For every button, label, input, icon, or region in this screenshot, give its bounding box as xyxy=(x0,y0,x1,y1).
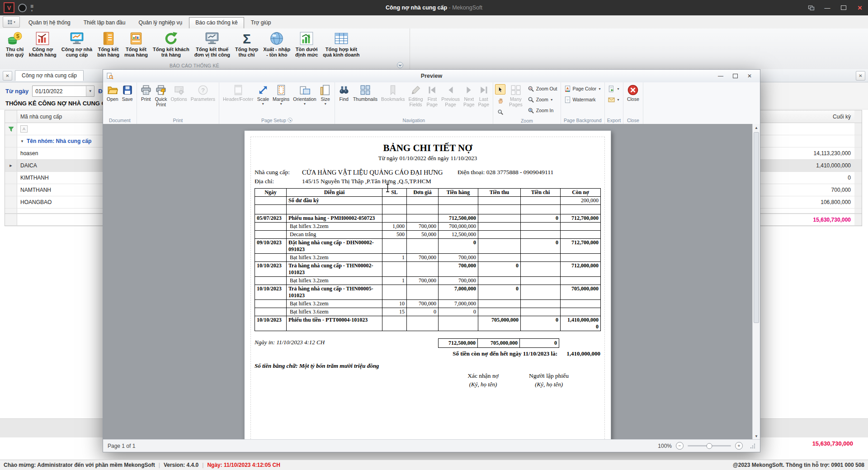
margins-icon xyxy=(276,85,287,95)
ribbon-collapse-icon[interactable] xyxy=(397,62,403,68)
close-button[interactable]: Close xyxy=(625,83,641,103)
report-cell: 09/10/2023 xyxy=(255,239,287,254)
application-menu-button[interactable]: ▾ xyxy=(3,16,20,28)
page-indicator: Page 1 of 1 xyxy=(108,443,135,449)
menu-tab-qu-n-tr-h-th-ng[interactable]: Quản trị hệ thống xyxy=(22,17,77,28)
menu-tab-tr-gi-p[interactable]: Trợ giúp xyxy=(245,17,278,28)
find-button[interactable]: Find xyxy=(337,83,351,103)
ribbon-button-thu-chi-t-n-qu[interactable]: $Thu chi tồn quỹ xyxy=(4,30,26,59)
preview-scrollbar[interactable]: ▲ ▼ xyxy=(752,124,760,440)
preview-titlebar[interactable]: Preview — ✕ xyxy=(103,70,760,83)
report-cell xyxy=(407,205,439,214)
toolbar-group-label: Zoom xyxy=(495,117,558,124)
ribbon-button-t-ng-k-t-mua-h-ng[interactable]: Tổng kết mua hàng xyxy=(122,30,150,59)
watermark-button[interactable]: AWatermark xyxy=(563,94,603,105)
ribbon-button-t-ng-h-p-k-t-qu-kinh-doanh[interactable]: Tổng hợp kết quả kinh doanh xyxy=(321,30,362,59)
hand-icon xyxy=(497,98,504,104)
scale-button[interactable]: Scale▼ xyxy=(255,83,271,107)
margins-button[interactable]: Margins▼ xyxy=(271,83,291,107)
page-color-button[interactable]: APage Color▼ xyxy=(563,83,603,94)
grid-scrollbar[interactable] xyxy=(854,135,862,147)
orientation-button[interactable]: Orientation▼ xyxy=(291,83,318,107)
magnifier-tool[interactable] xyxy=(495,107,505,117)
grid-scrollbar[interactable] xyxy=(854,147,862,159)
zoom-out-button[interactable]: − xyxy=(676,442,684,450)
phone-value: 028 3775888 - 0909049111 xyxy=(486,169,554,176)
scroll-down-icon[interactable]: ▼ xyxy=(753,432,760,440)
scrollbar-thumb[interactable] xyxy=(754,132,759,323)
preview-dialog: Preview — ✕ OpenSaveDocumentPrintQuick P… xyxy=(103,69,760,452)
filter-type-icon[interactable]: A xyxy=(20,125,28,133)
ribbon-button-c-ng-n-nh-cung-c-p[interactable]: Công nợ nhà cung cấp xyxy=(59,30,94,59)
menu-tab-b-o-c-o-th-ng-k[interactable]: Báo cáo thống kê xyxy=(189,17,244,28)
zoom-in-button[interactable]: + xyxy=(735,442,743,450)
quick-access-customize-icon[interactable]: ≡▾ xyxy=(30,4,33,12)
display-switch-icon[interactable] xyxy=(803,0,819,15)
zoom-in-button[interactable]: Zoom In xyxy=(526,105,559,116)
report-cell: 0 xyxy=(439,308,478,316)
resize-grip-icon[interactable] xyxy=(750,443,755,449)
grid-scrollbar-top xyxy=(854,110,862,123)
chevron-down-icon[interactable]: ▼ xyxy=(86,86,94,96)
close-button[interactable]: ✕ xyxy=(852,0,868,15)
report-cell xyxy=(407,239,439,254)
document-tab-active[interactable]: Công nợ nhà cung cấp xyxy=(15,70,84,81)
open-button[interactable]: Open xyxy=(105,83,120,103)
report-cell: Phiếu thu tiền - PTT00004-101023 xyxy=(287,316,382,331)
from-date-picker[interactable]: 01/10/2022 ▼ xyxy=(32,85,94,97)
grid-scrollbar[interactable] xyxy=(854,172,862,184)
report-cell: 0 xyxy=(478,285,521,300)
hand-tool[interactable] xyxy=(495,95,505,106)
ribbon-button-c-ng-n-kh-ch-h-ng[interactable]: Công nợ khách hàng xyxy=(27,30,59,59)
ribbon-button-label: Tồn dưới định mức xyxy=(295,47,318,58)
zoom-out-button[interactable]: Zoom Out xyxy=(526,83,559,94)
export-document-button[interactable]: ▼ xyxy=(607,83,621,94)
print-button[interactable]: Print xyxy=(139,83,153,103)
zoom-button[interactable]: Zoom▼ xyxy=(526,94,559,105)
ribbon-button-label: Tổng kết khách trả hàng xyxy=(153,47,189,58)
grid-scrollbar[interactable] xyxy=(854,184,862,196)
report-cell: 200,000 xyxy=(561,197,601,205)
close-document-icon[interactable]: ✕ xyxy=(3,71,12,81)
close-all-documents-icon[interactable]: ✕ xyxy=(856,71,865,81)
report-cell: 05/07/2023 xyxy=(255,214,287,223)
save-button[interactable]: Save xyxy=(120,83,135,103)
zoom-slider[interactable] xyxy=(688,445,731,446)
preview-maximize-button[interactable] xyxy=(728,71,742,81)
nav-prev-icon xyxy=(445,85,456,95)
quick-print-button[interactable]: Quick Print xyxy=(153,83,169,109)
grid-scrollbar[interactable] xyxy=(854,196,862,208)
ribbon-button-t-ng-k-t-kh-ch-tr-h-ng[interactable]: Tổng kết khách trả hàng xyxy=(151,30,192,59)
minimize-button[interactable]: — xyxy=(819,0,835,15)
editing-icon xyxy=(410,85,421,95)
grid-scrollbar[interactable] xyxy=(854,160,862,171)
group-expand-icon[interactable]: ▼ xyxy=(20,139,24,143)
ribbon-button-t-n-d-i-nh-m-c[interactable]: Tồn dưới định mức xyxy=(293,30,320,59)
zoom-slider-knob[interactable] xyxy=(707,443,712,449)
ribbon-button-xu-t-nh-p-t-n-kho[interactable]: Xuất - nhập - tồn kho xyxy=(261,30,292,59)
pointer-tool[interactable] xyxy=(495,84,505,95)
preview-minimize-button[interactable]: — xyxy=(713,71,728,81)
menu-tab-qu-n-l-nghi-p-v[interactable]: Quản lý nghiệp vụ xyxy=(132,17,189,28)
export-email-button[interactable]: ▼ xyxy=(607,94,621,105)
report-cell: Bạt hiflex 3.2zem xyxy=(287,300,382,308)
menu-tab-thi-t-l-p-ban-u[interactable]: Thiết lập ban đầu xyxy=(77,17,132,28)
ribbon-button-t-ng-k-t-thu-n-v-thi-c-ng[interactable]: Tổng kết thuế đơn vị thi công xyxy=(192,30,232,59)
scroll-up-icon[interactable]: ▲ xyxy=(753,124,760,131)
size-button[interactable]: Size▼ xyxy=(318,83,333,107)
report-column-0: Ngày xyxy=(255,189,287,197)
chevron-down-icon: ▼ xyxy=(279,102,283,105)
maximize-button[interactable] xyxy=(835,0,852,15)
dialog-launcher-icon[interactable] xyxy=(288,118,292,123)
editing-fields-button: Editing Fields xyxy=(407,83,425,109)
ribbon-button-t-ng-k-t-b-n-h-ng[interactable]: Tổng kết bán hàng xyxy=(95,30,122,59)
svg-text:$: $ xyxy=(16,33,19,39)
scale-icon xyxy=(258,85,269,95)
preview-close-button[interactable]: ✕ xyxy=(742,71,757,81)
ribbon-group-caption: BÁO CÁO THỐNG KÊ xyxy=(0,63,389,68)
button-label: Parameters xyxy=(191,96,215,102)
preview-toolbar: OpenSaveDocumentPrintQuick PrintOptions?… xyxy=(103,82,760,124)
ribbon-button-t-ng-h-p-thu-chi[interactable]: ΣTổng hợp thu chi xyxy=(233,30,260,59)
thumbnails-button[interactable]: Thumbnails xyxy=(351,83,379,103)
grid-scrollbar[interactable] xyxy=(854,123,862,135)
